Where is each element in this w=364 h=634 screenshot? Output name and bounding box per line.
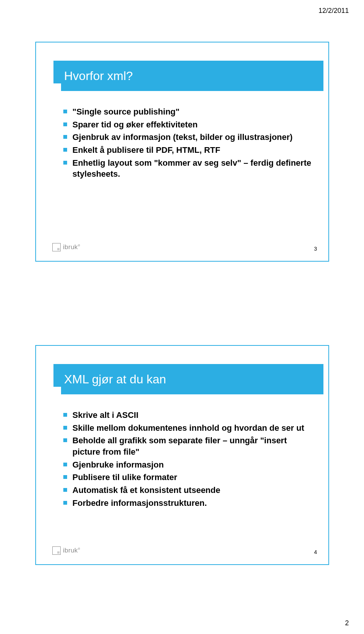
logo-box-icon (52, 243, 61, 251)
slide-content: "Single source publishing" Sparer tid og… (63, 106, 313, 181)
bullet-item: Gjenbruk av informasjon (tekst, bilder o… (63, 132, 313, 143)
page-date: 12/2/2011 (318, 7, 349, 15)
ibruk-logo: ibruk® (52, 242, 89, 253)
bullet-item: Skille mellom dokumentenes innhold og hv… (63, 422, 313, 434)
slide-2: XML gjør at du kan Skrive alt i ASCII Sk… (35, 345, 329, 565)
bullet-item: Gjenbruke informasjon (63, 459, 313, 471)
logo-text: ibruk® (63, 547, 80, 554)
page-number: 2 (345, 619, 349, 627)
bullet-item: Enkelt å publisere til PDF, HTML, RTF (63, 144, 313, 156)
title-notch (53, 83, 61, 91)
bullet-item: Forbedre informasjonsstrukturen. (63, 497, 313, 509)
slide-1: Hvorfor xml? "Single source publishing" … (35, 42, 329, 262)
bullet-item: "Single source publishing" (63, 106, 313, 118)
slide-title: Hvorfor xml? (64, 69, 133, 83)
slide-number: 3 (314, 246, 317, 252)
bullet-item: Automatisk få et konsistent utseende (63, 485, 313, 496)
slide-title: XML gjør at du kan (64, 372, 166, 386)
title-notch (53, 387, 61, 394)
bullet-item: Skrive alt i ASCII (63, 410, 313, 421)
slide-title-bar: Hvorfor xml? (53, 61, 323, 91)
logo-text: ibruk® (63, 243, 80, 251)
slide-number: 4 (314, 549, 317, 555)
ibruk-logo: ibruk® (52, 545, 89, 556)
bullet-item: Enhetlig layout som "kommer av seg selv"… (63, 157, 313, 180)
slide-title-bar: XML gjør at du kan (53, 364, 323, 394)
bullet-item: Beholde all grafikk som separate filer –… (63, 435, 313, 457)
slide-content: Skrive alt i ASCII Skille mellom dokumen… (63, 410, 313, 510)
logo-box-icon (52, 546, 61, 555)
bullet-item: Publisere til ulike formater (63, 472, 313, 483)
bullet-item: Sparer tid og øker effektiviteten (63, 119, 313, 130)
